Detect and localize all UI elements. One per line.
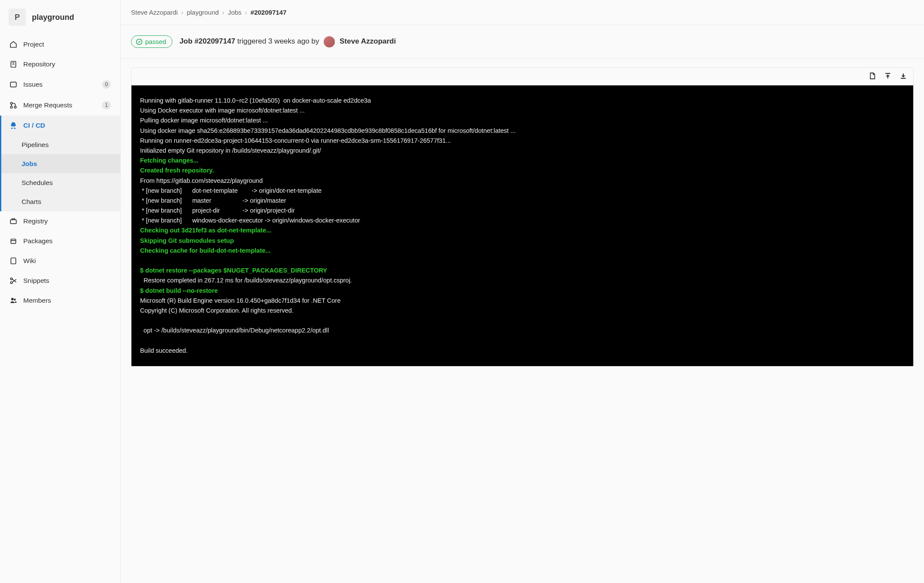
scroll-bottom-button[interactable] [899, 72, 907, 81]
nav-repository[interactable]: Repository [0, 54, 120, 74]
rocket-icon [9, 122, 17, 129]
svg-point-8 [10, 278, 12, 280]
svg-point-10 [11, 298, 14, 301]
nav-issues[interactable]: Issues 0 [0, 74, 120, 95]
nav-label: Merge Requests [23, 101, 72, 109]
svg-rect-14 [901, 78, 905, 79]
check-circle-icon [136, 38, 143, 45]
nav-label: Issues [23, 81, 43, 88]
nav-label: CI / CD [23, 122, 45, 129]
subnav-jobs[interactable]: Jobs [0, 154, 120, 173]
author-name[interactable]: Steve Azzopardi [340, 37, 396, 45]
crumb-project[interactable]: playground [187, 9, 219, 16]
nav-project[interactable]: Project [0, 34, 120, 54]
svg-point-9 [10, 282, 12, 284]
terminal-panel: Running with gitlab-runner 11.10.0~rc2 (… [131, 67, 914, 367]
nav-label: Project [23, 41, 44, 48]
chevron-icon: › [181, 9, 183, 16]
scissors-icon [9, 277, 17, 285]
crumb-current: #202097147 [250, 9, 286, 16]
file-icon [9, 60, 17, 68]
issues-badge: 0 [102, 80, 111, 89]
nav-label: Packages [23, 237, 53, 245]
status-badge-passed: passed [131, 35, 172, 48]
job-id: Job #202097147 [179, 37, 235, 45]
nav-cicd[interactable]: CI / CD [0, 116, 120, 135]
mr-badge: 1 [102, 101, 111, 110]
book-icon [9, 257, 17, 265]
job-log[interactable]: Running with gitlab-runner 11.10.0~rc2 (… [131, 85, 913, 366]
chevron-icon: › [245, 9, 247, 16]
registry-icon [9, 217, 17, 225]
nav-label: Members [23, 297, 51, 304]
nav-label: Wiki [23, 257, 36, 265]
arrow-bottom-icon [899, 72, 907, 80]
cicd-submenu: Pipelines Jobs Schedules Charts [0, 135, 120, 211]
breadcrumb: Steve Azzopardi › playground › Jobs › #2… [121, 9, 924, 25]
nav-label: Repository [23, 60, 55, 68]
nav-snippets[interactable]: Snippets [0, 271, 120, 291]
nav-wiki[interactable]: Wiki [0, 251, 120, 271]
document-icon [868, 72, 876, 80]
nav-label: Registry [23, 217, 48, 225]
terminal-toolbar [131, 68, 913, 85]
svg-point-11 [14, 299, 16, 301]
job-triggered-text: triggered 3 weeks ago by [237, 37, 319, 45]
project-header[interactable]: P playground [0, 5, 120, 34]
svg-rect-6 [11, 239, 16, 244]
package-icon [9, 237, 17, 245]
subnav-charts[interactable]: Charts [0, 192, 120, 211]
svg-rect-7 [11, 258, 16, 264]
main-content: Steve Azzopardi › playground › Jobs › #2… [121, 0, 924, 583]
svg-point-12 [137, 39, 142, 44]
project-name: playground [32, 13, 74, 22]
home-icon [9, 41, 17, 48]
raw-log-button[interactable] [868, 72, 876, 81]
project-avatar: P [9, 9, 26, 26]
crumb-section[interactable]: Jobs [228, 9, 242, 16]
nav-registry[interactable]: Registry [0, 211, 120, 231]
subnav-schedules[interactable]: Schedules [0, 173, 120, 192]
status-label: passed [145, 38, 166, 45]
nav-label: Snippets [23, 277, 49, 285]
svg-point-2 [10, 102, 12, 104]
arrow-top-icon [884, 72, 892, 80]
members-icon [9, 297, 17, 304]
nav-merge-requests[interactable]: Merge Requests 1 [0, 95, 120, 116]
subnav-pipelines[interactable]: Pipelines [0, 135, 120, 154]
job-header: passed Job #202097147 triggered 3 weeks … [121, 35, 924, 59]
sidebar: P playground Project Repository Issues 0… [0, 0, 121, 583]
scroll-top-button[interactable] [884, 72, 892, 81]
job-title-line: Job #202097147 triggered 3 weeks ago by … [179, 36, 396, 47]
svg-point-4 [14, 106, 16, 108]
issues-icon [9, 81, 17, 88]
merge-icon [9, 101, 17, 109]
svg-rect-1 [10, 82, 16, 87]
crumb-owner[interactable]: Steve Azzopardi [131, 9, 178, 16]
svg-rect-13 [885, 73, 890, 74]
nav-members[interactable]: Members [0, 291, 120, 310]
nav-packages[interactable]: Packages [0, 231, 120, 251]
author-avatar[interactable] [324, 36, 335, 47]
svg-rect-5 [10, 220, 16, 224]
chevron-icon: › [222, 9, 225, 16]
svg-point-3 [10, 106, 12, 108]
